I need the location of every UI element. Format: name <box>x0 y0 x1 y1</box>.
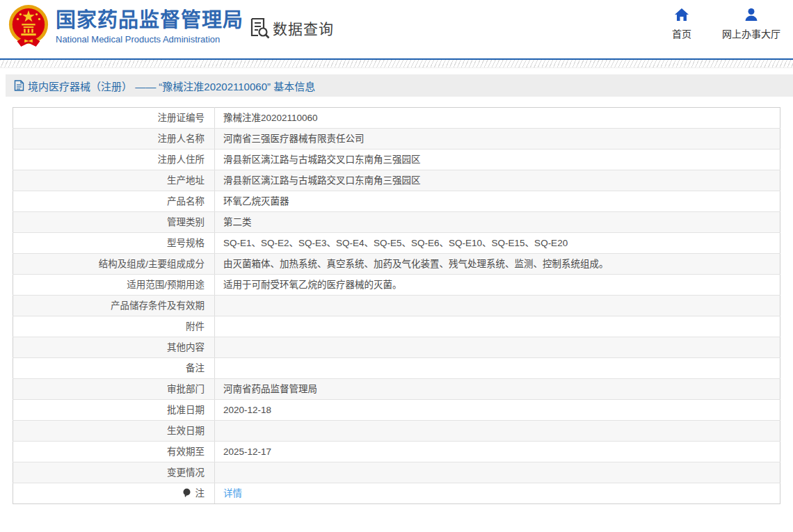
row-label: 管理类别 <box>13 212 215 233</box>
table-row: 批准日期2020-12-18 <box>13 400 780 421</box>
row-label: 适用范围/预期用途 <box>13 275 215 296</box>
top-nav: 首页 网上办事大厅 <box>665 7 780 40</box>
table-row: 生效日期 <box>13 421 780 442</box>
user-icon <box>744 7 759 22</box>
row-value: SQ-E1、SQ-E2、SQ-E3、SQ-E4、SQ-E5、SQ-E6、SQ-E… <box>215 233 780 254</box>
table-row: 注详情 <box>13 483 780 504</box>
table-row: 结构及组成/主要组成成分由灭菌箱体、加热系统、真空系统、加药及气化装置、残气处理… <box>13 254 780 275</box>
row-label: 生产地址 <box>13 170 215 191</box>
org-name-en: National Medical Products Administration <box>56 33 243 46</box>
data-query-icon <box>249 17 270 39</box>
registration-info-table: 注册证编号豫械注准20202110060注册人名称河南省三强医疗器械有限责任公司… <box>13 107 780 504</box>
row-value: 2020-12-18 <box>215 400 780 421</box>
nav-label: 网上办事大厅 <box>722 26 780 40</box>
row-label: 注册证编号 <box>13 108 215 129</box>
row-value <box>215 462 780 483</box>
row-value: 滑县新区漓江路与古城路交叉口东南角三强园区 <box>215 170 780 191</box>
row-label: 生效日期 <box>13 421 215 442</box>
row-value <box>215 358 780 379</box>
note-icon <box>182 488 191 498</box>
row-label: 型号规格 <box>13 233 215 254</box>
row-value: 环氧乙烷灭菌器 <box>215 191 780 212</box>
nav-label: 首页 <box>672 26 691 40</box>
row-value: 由灭菌箱体、加热系统、真空系统、加药及气化装置、残气处理系统、监测、控制系统组成… <box>215 254 780 275</box>
data-query-section: 数据查询 <box>249 17 334 39</box>
row-value <box>215 337 780 358</box>
table-row: 注册证编号豫械注准20202110060 <box>13 108 780 129</box>
org-title-block: 国家药品监督管理局 National Medical Products Admi… <box>56 8 243 46</box>
nav-item-home[interactable]: 首页 <box>665 7 698 40</box>
row-label: 其他内容 <box>13 337 215 358</box>
table-row: 管理类别第二类 <box>13 212 780 233</box>
table-row: 适用范围/预期用途适用于可耐受环氧乙烷的医疗器械的灭菌。 <box>13 275 780 296</box>
row-label: 结构及组成/主要组成成分 <box>13 254 215 275</box>
info-table-body: 注册证编号豫械注准20202110060注册人名称河南省三强医疗器械有限责任公司… <box>13 108 780 504</box>
row-label: 有效期至 <box>13 442 215 462</box>
data-query-label: 数据查询 <box>273 17 334 38</box>
row-value: 河南省三强医疗器械有限责任公司 <box>215 129 780 150</box>
org-name-zh: 国家药品监督管理局 <box>56 8 243 32</box>
row-value: 详情 <box>215 483 780 504</box>
row-label: 注册人名称 <box>13 129 215 150</box>
table-row: 注册人名称河南省三强医疗器械有限责任公司 <box>13 129 780 150</box>
details-link[interactable]: 详情 <box>223 488 242 499</box>
site-header: 国家药品监督管理局 National Medical Products Admi… <box>0 0 793 60</box>
page-title: 境内医疗器械（注册） —— “豫械注准20202110060” 基本信息 <box>28 79 315 93</box>
row-value: 滑县新区漓江路与古城路交叉口东南角三强园区 <box>215 150 780 170</box>
table-row: 变更情况 <box>13 462 780 483</box>
row-label: 产品储存条件及有效期 <box>13 296 215 316</box>
row-value: 第二类 <box>215 212 780 233</box>
table-row: 有效期至2025-12-17 <box>13 442 780 462</box>
table-row: 其他内容 <box>13 337 780 358</box>
row-value <box>215 316 780 337</box>
table-row: 备注 <box>13 358 780 379</box>
row-label: 产品名称 <box>13 191 215 212</box>
row-value: 豫械注准20202110060 <box>215 108 780 129</box>
row-label: 备注 <box>13 358 215 379</box>
table-row: 产品储存条件及有效期 <box>13 296 780 316</box>
row-label: 变更情况 <box>13 462 215 483</box>
nav-item-service-hall[interactable]: 网上办事大厅 <box>722 7 780 40</box>
home-icon <box>674 7 689 22</box>
row-label: 附件 <box>13 316 215 337</box>
row-label: 批准日期 <box>13 400 215 421</box>
table-row: 生产地址滑县新区漓江路与古城路交叉口东南角三强园区 <box>13 170 780 191</box>
row-value <box>215 296 780 316</box>
table-row: 型号规格SQ-E1、SQ-E2、SQ-E3、SQ-E4、SQ-E5、SQ-E6、… <box>13 233 780 254</box>
row-value: 河南省药品监督管理局 <box>215 379 780 400</box>
hatched-divider <box>0 60 793 68</box>
row-label: 注册人住所 <box>13 150 215 170</box>
table-row: 附件 <box>13 316 780 337</box>
row-label: 注 <box>13 483 215 504</box>
national-emblem-logo <box>7 4 50 50</box>
table-row: 审批部门河南省药品监督管理局 <box>13 379 780 400</box>
document-icon <box>14 80 24 91</box>
page-title-bar: 境内医疗器械（注册） —— “豫械注准20202110060” 基本信息 <box>6 74 793 97</box>
row-label: 审批部门 <box>13 379 215 400</box>
row-value <box>215 421 780 442</box>
row-value: 2025-12-17 <box>215 442 780 462</box>
table-row: 注册人住所滑县新区漓江路与古城路交叉口东南角三强园区 <box>13 150 780 170</box>
row-value: 适用于可耐受环氧乙烷的医疗器械的灭菌。 <box>215 275 780 296</box>
table-row: 产品名称环氧乙烷灭菌器 <box>13 191 780 212</box>
